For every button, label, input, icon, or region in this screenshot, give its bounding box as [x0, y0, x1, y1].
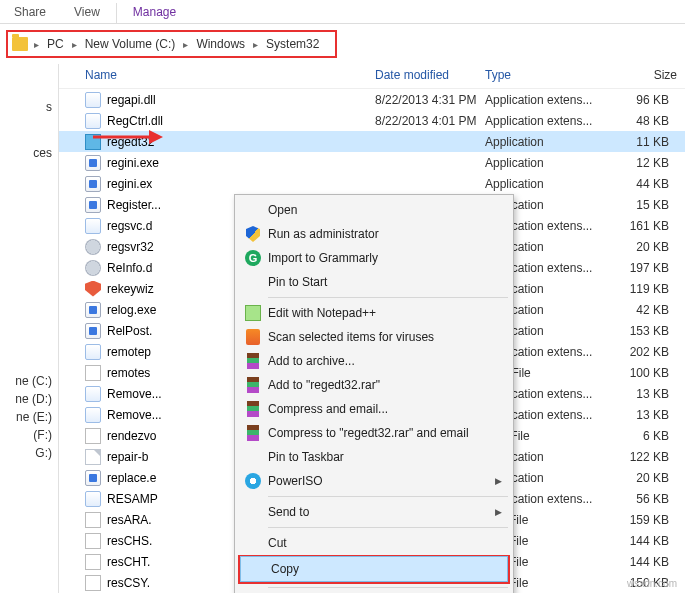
ctx-notepad[interactable]: Edit with Notepad++	[238, 301, 510, 325]
crumb-volume[interactable]: New Volume (C:)	[79, 37, 182, 51]
file-size: 202 KB	[615, 345, 685, 359]
file-name: Remove...	[107, 387, 162, 401]
ctx-cut[interactable]: Cut	[238, 531, 510, 555]
crumb-pc[interactable]: PC	[41, 37, 70, 51]
ctx-copy[interactable]: Copy	[240, 556, 508, 582]
file-icon	[85, 197, 101, 213]
file-type: Application extens...	[485, 114, 615, 128]
file-icon	[85, 533, 101, 549]
col-date[interactable]: Date modified	[375, 68, 485, 82]
address-bar[interactable]: ▸ PC ▸ New Volume (C:) ▸ Windows ▸ Syste…	[6, 30, 337, 58]
file-icon	[85, 155, 101, 171]
file-size: 153 KB	[615, 324, 685, 338]
ctx-compress-email[interactable]: Compress and email...	[238, 397, 510, 421]
chevron-icon[interactable]: ▸	[251, 39, 260, 50]
ctx-add-rar[interactable]: Add to "regedt32.rar"	[238, 373, 510, 397]
file-name: regsvc.d	[107, 219, 152, 233]
nav-item[interactable]: s	[0, 98, 58, 116]
file-icon	[85, 113, 101, 129]
nav-item[interactable]: (F:)	[0, 426, 58, 444]
rar-icon	[247, 377, 259, 393]
ctx-compress-rar-email[interactable]: Compress to "regedt32.rar" and email	[238, 421, 510, 445]
crumb-windows[interactable]: Windows	[190, 37, 251, 51]
chevron-icon[interactable]: ▸	[32, 39, 41, 50]
rar-icon	[247, 353, 259, 369]
nav-item[interactable]: ces	[0, 144, 58, 162]
ctx-scan[interactable]: Scan selected items for viruses	[238, 325, 510, 349]
tab-share[interactable]: Share	[0, 1, 60, 23]
antivirus-icon	[246, 329, 260, 345]
file-icon	[85, 92, 101, 108]
file-icon	[85, 365, 101, 381]
address-bar-area: ▸ PC ▸ New Volume (C:) ▸ Windows ▸ Syste…	[0, 24, 685, 64]
column-headers[interactable]: Name Date modified Type Size	[59, 64, 685, 89]
file-name: regsvr32	[107, 240, 154, 254]
ctx-run-as-admin[interactable]: Run as administrator	[238, 222, 510, 246]
rar-icon	[247, 425, 259, 441]
file-icon	[85, 281, 101, 297]
ctx-pin-taskbar[interactable]: Pin to Taskbar	[238, 445, 510, 469]
file-icon	[85, 344, 101, 360]
nav-pane[interactable]: s ces ne (C:) ne (D:) ne (E:) (F:) G:)	[0, 64, 59, 593]
crumb-system32[interactable]: System32	[260, 37, 325, 51]
tab-manage[interactable]: Manage	[119, 1, 190, 23]
file-size: 96 KB	[615, 93, 685, 107]
folder-icon	[12, 37, 28, 51]
nav-item[interactable]: ne (D:)	[0, 390, 58, 408]
file-row[interactable]: regapi.dll8/22/2013 4:31 PMApplication e…	[59, 89, 685, 110]
ribbon-tabs: Share View Manage	[0, 0, 685, 24]
col-size[interactable]: Size	[615, 68, 685, 82]
file-size: 56 KB	[615, 492, 685, 506]
file-name: RelPost.	[107, 324, 152, 338]
ctx-open[interactable]: Open	[238, 198, 510, 222]
file-size: 144 KB	[615, 534, 685, 548]
chevron-icon[interactable]: ▸	[181, 39, 190, 50]
nav-item[interactable]: G:)	[0, 444, 58, 462]
nav-item[interactable]: ne (C:)	[0, 372, 58, 390]
file-size: 13 KB	[615, 408, 685, 422]
file-row[interactable]: regini.exeApplication12 KB	[59, 152, 685, 173]
chevron-icon[interactable]: ▸	[70, 39, 79, 50]
file-icon	[85, 239, 101, 255]
credit-text: wsxdn.com	[627, 578, 677, 589]
file-name: rekeywiz	[107, 282, 154, 296]
tab-view[interactable]: View	[60, 1, 114, 23]
col-name[interactable]: Name	[85, 68, 375, 82]
ctx-poweriso[interactable]: PowerISO	[238, 469, 510, 493]
file-name: regapi.dll	[107, 93, 156, 107]
file-size: 11 KB	[615, 135, 685, 149]
annotation-arrow	[93, 128, 163, 146]
shield-icon	[246, 226, 260, 242]
file-icon	[85, 575, 101, 591]
file-icon	[85, 470, 101, 486]
file-size: 12 KB	[615, 156, 685, 170]
col-type[interactable]: Type	[485, 68, 615, 82]
poweriso-icon	[245, 473, 261, 489]
file-icon	[85, 323, 101, 339]
file-icon	[85, 512, 101, 528]
file-name: rendezvo	[107, 429, 156, 443]
file-size: 15 KB	[615, 198, 685, 212]
file-icon	[85, 386, 101, 402]
file-name: replace.e	[107, 471, 156, 485]
file-row[interactable]: regini.exApplication44 KB	[59, 173, 685, 194]
nav-item[interactable]: ne (E:)	[0, 408, 58, 426]
file-name: Remove...	[107, 408, 162, 422]
file-name: Register...	[107, 198, 161, 212]
file-date: 8/22/2013 4:31 PM	[375, 93, 485, 107]
file-icon	[85, 218, 101, 234]
file-name: resCHS.	[107, 534, 152, 548]
file-icon	[85, 176, 101, 192]
file-name: resARA.	[107, 513, 152, 527]
file-name: remotes	[107, 366, 150, 380]
notepad-icon	[245, 305, 261, 321]
file-type: Application	[485, 156, 615, 170]
rar-icon	[247, 401, 259, 417]
ctx-pin-start[interactable]: Pin to Start	[238, 270, 510, 294]
ctx-send-to[interactable]: Send to	[238, 500, 510, 524]
ctx-grammarly[interactable]: GImport to Grammarly	[238, 246, 510, 270]
ctx-add-archive[interactable]: Add to archive...	[238, 349, 510, 373]
file-size: 48 KB	[615, 114, 685, 128]
file-size: 42 KB	[615, 303, 685, 317]
svg-marker-1	[149, 130, 163, 144]
